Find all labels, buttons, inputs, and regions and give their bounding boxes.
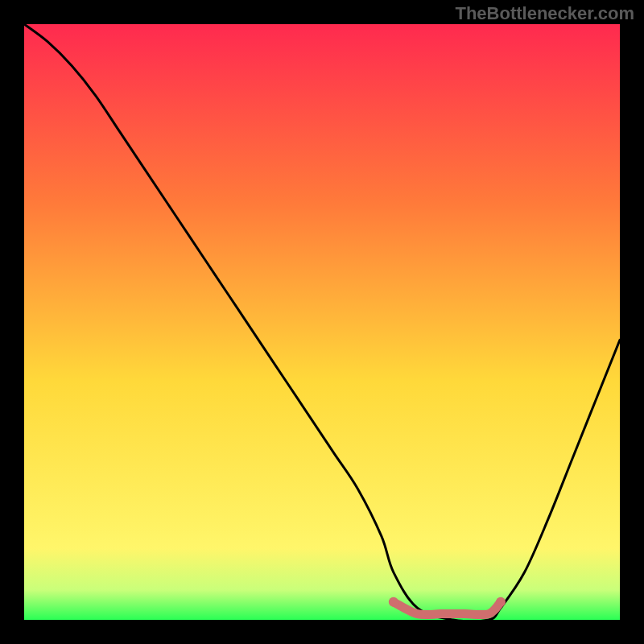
- chart-container: TheBottlenecker.com: [0, 0, 644, 644]
- gradient-background: [24, 24, 620, 620]
- marker-end-dot: [496, 597, 506, 607]
- watermark-text: TheBottlenecker.com: [455, 3, 634, 24]
- marker-start-dot: [389, 597, 398, 607]
- chart-svg: [24, 24, 620, 620]
- plot-area: [24, 24, 620, 620]
